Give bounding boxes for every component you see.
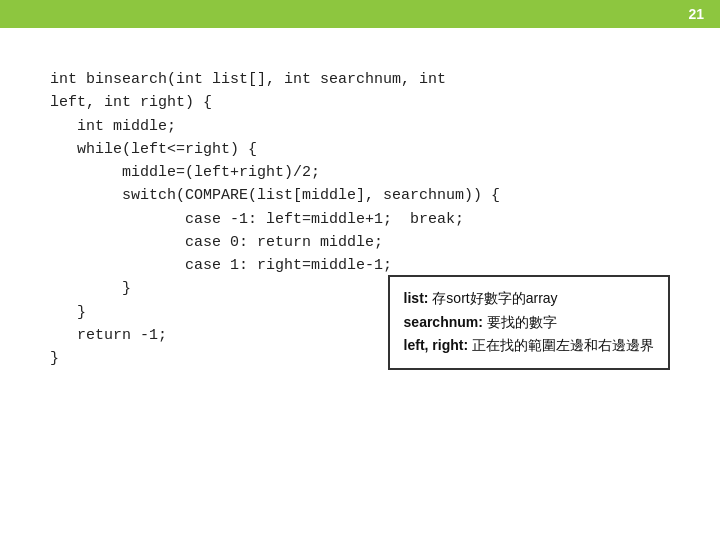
tooltip-box: list: 存sort好數字的array searchnum: 要找的數字 le… [388,275,670,370]
tooltip-label-searchnum: searchnum: [404,314,483,330]
slide-number: 21 [688,6,704,22]
header-bar: 21 [0,0,720,28]
tooltip-text-list: 存sort好數字的array [428,290,557,306]
tooltip-text-leftright: 正在找的範圍左邊和右邊邊界 [468,337,654,353]
tooltip-line3: left, right: 正在找的範圍左邊和右邊邊界 [404,334,654,358]
content-area: int binsearch(int list[], int searchnum,… [0,28,720,400]
tooltip-label-list: list: [404,290,429,306]
tooltip-line2: searchnum: 要找的數字 [404,311,654,335]
tooltip-label-leftright: left, right: [404,337,469,353]
tooltip-line1: list: 存sort好數字的array [404,287,654,311]
tooltip-text-searchnum: 要找的數字 [483,314,557,330]
